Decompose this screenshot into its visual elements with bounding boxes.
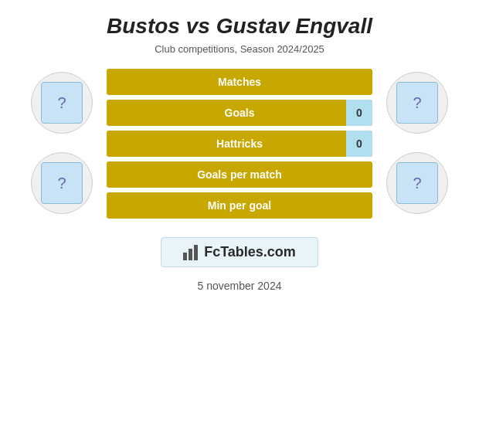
stat-label-min-per-goal: Min per goal [107,199,372,212]
chart-icon [183,245,198,260]
stat-row-min-per-goal: Min per goal [107,192,372,219]
stat-bar-goals-per-match: Goals per match [107,161,372,188]
stat-bar-min-per-goal: Min per goal [107,192,372,219]
stat-value-hattricks: 0 [346,131,372,157]
bar1 [183,253,187,260]
stat-label-goals-per-match: Goals per match [107,168,372,181]
right-player-avatar-2: ? [386,152,448,214]
right-player-avatar: ? [386,72,448,134]
left-player-col: ? ? [23,72,100,214]
stat-label-goals: Goals [107,107,372,119]
right-avatar-icon-2: ? [396,162,438,204]
match-title: Bustos vs Gustav Engvall [107,14,372,39]
logo-text: FcTables.com [204,244,296,260]
stat-bar-matches: Matches [107,69,372,95]
stat-bar-hattricks: Hattricks 0 [107,131,372,157]
logo-box: FcTables.com [161,237,318,267]
left-avatar-icon: ? [41,82,83,124]
bar2 [189,249,192,260]
stats-col: Matches Goals 0 Hattricks 0 Goals [100,69,379,219]
stat-row-goals: Goals 0 [107,100,372,126]
left-avatar-icon-2: ? [41,162,83,204]
match-subtitle: Club competitions, Season 2024/2025 [155,43,324,55]
logo-area: FcTables.com 5 november 2024 [161,237,318,292]
stat-value-goals: 0 [346,100,372,126]
stat-row-matches: Matches [107,69,372,95]
left-player-avatar: ? [31,72,93,134]
left-player-avatar-2: ? [31,152,93,214]
stat-label-matches: Matches [107,76,372,88]
stat-label-hattricks: Hattricks [107,137,372,150]
stat-row-hattricks: Hattricks 0 [107,131,372,157]
comparison-area: ? ? Matches Goals 0 [23,69,456,219]
bar3 [194,245,198,260]
date-text: 5 november 2024 [198,280,282,292]
right-player-col: ? ? [379,72,456,214]
right-avatar-icon: ? [396,82,438,124]
stat-row-goals-per-match: Goals per match [107,161,372,188]
stat-bar-goals: Goals 0 [107,100,372,126]
main-page: Bustos vs Gustav Engvall Club competitio… [0,0,479,448]
